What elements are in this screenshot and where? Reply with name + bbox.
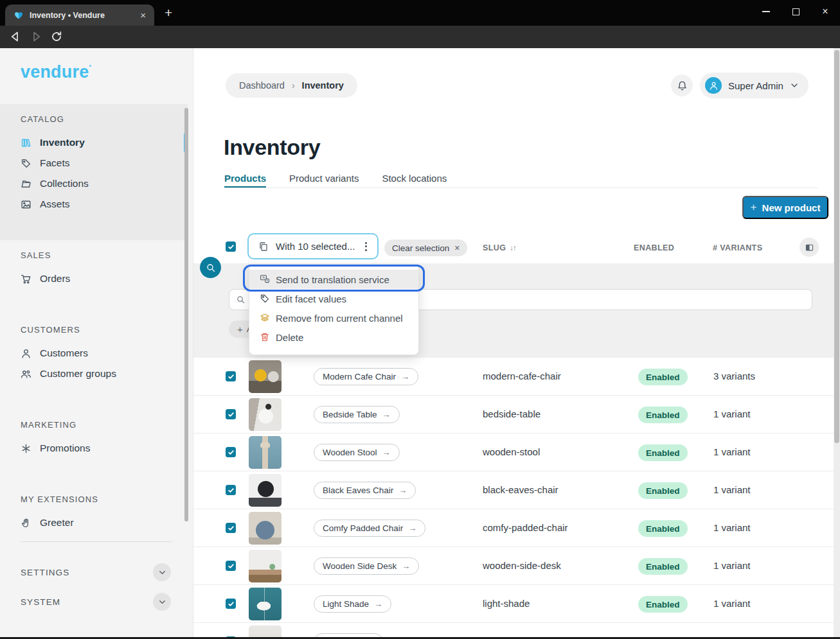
notifications-button[interactable] — [671, 74, 693, 96]
arrow-right-icon: → — [408, 523, 416, 533]
new-tab-button[interactable]: + — [165, 5, 172, 21]
window-minimize-button[interactable] — [751, 0, 781, 23]
product-slug: comfy-padded-chair — [483, 522, 568, 533]
menu-item[interactable]: Remove from current channel — [249, 308, 418, 328]
status-badge: Enabled — [638, 558, 688, 575]
product-name-chip[interactable]: Wooden Stool → — [314, 444, 400, 461]
check-icon — [228, 449, 235, 456]
row-checkbox[interactable] — [226, 523, 236, 533]
check-icon — [228, 600, 235, 608]
row-checkbox[interactable] — [226, 371, 236, 381]
status-badge: Enabled — [638, 369, 688, 385]
reload-icon[interactable] — [50, 30, 63, 43]
product-name-chip[interactable]: Bedside Table → — [314, 406, 400, 423]
product-name-chip[interactable]: Light Shade → — [314, 595, 391, 613]
sidebar-divider — [21, 541, 172, 542]
column-settings-button[interactable] — [800, 238, 819, 257]
sidebar-item[interactable]: Orders — [0, 268, 188, 289]
breadcrumb-inventory[interactable]: Inventory — [302, 80, 344, 91]
menu-item[interactable]: Send to translation service — [249, 270, 418, 289]
arrow-right-icon: → — [398, 486, 407, 495]
product-name-chip[interactable]: Modern Cafe Chair → — [314, 368, 418, 385]
sidebar-item[interactable]: Customers — [0, 343, 188, 363]
sidebar-section: CATALOG Inventory Facets — [0, 104, 188, 240]
trash-icon — [260, 332, 270, 342]
sidebar-section-heading: MARKETING — [21, 420, 188, 430]
column-header-variants: # VARIANTS — [713, 243, 762, 252]
sidebar-item[interactable]: Facets — [0, 153, 188, 173]
user-name: Super Admin — [728, 80, 783, 91]
sidebar-item-label: Facets — [40, 157, 70, 169]
translate-icon — [260, 274, 270, 284]
product-slug: wooden-stool — [483, 446, 540, 457]
sidebar: vendure˚ CATALOG Inventory Facets — [0, 48, 193, 639]
person-icon — [709, 81, 719, 91]
search-icon — [236, 295, 246, 304]
variant-count: 1 variant — [713, 522, 751, 533]
search-toggle-button[interactable] — [200, 257, 221, 278]
sort-icon[interactable]: ↓↑ — [510, 244, 516, 252]
clear-selection-button[interactable]: Clear selection × — [384, 240, 467, 256]
sidebar-section-heading: SETTINGS — [21, 568, 69, 577]
sidebar-item[interactable]: Customer groups — [0, 363, 188, 384]
row-checkbox[interactable] — [226, 561, 236, 571]
bulk-actions-label: With 10 selected... — [276, 241, 355, 252]
sidebar-item[interactable]: Assets — [0, 194, 188, 214]
product-thumbnail — [249, 512, 281, 545]
menu-item[interactable]: Delete — [249, 328, 418, 347]
new-product-button[interactable]: + New product — [742, 196, 828, 219]
tab[interactable]: Stock locations — [382, 170, 447, 187]
product-slug: black-eaves-chair — [483, 484, 559, 495]
tab[interactable]: Product variants — [289, 170, 359, 187]
breadcrumb-dashboard[interactable]: Dashboard — [239, 80, 285, 91]
book-icon — [21, 137, 31, 148]
back-icon[interactable] — [9, 30, 22, 43]
kebab-icon[interactable] — [364, 241, 368, 252]
arrow-right-icon: → — [382, 448, 391, 457]
sidebar-item-label: Customers — [40, 347, 88, 359]
sidebar-scrollbar-thumb[interactable] — [184, 108, 188, 521]
row-checkbox[interactable] — [226, 599, 236, 609]
status-badge: Enabled — [638, 444, 688, 461]
row-checkbox[interactable] — [226, 447, 236, 457]
table-row: Wooden Stool → wooden-stool Enabled 1 va… — [193, 433, 834, 471]
tab[interactable]: Products — [224, 170, 266, 187]
sidebar-item-label: Greeter — [40, 517, 74, 529]
vendure-logo[interactable]: vendure˚ — [21, 62, 92, 82]
forward-icon[interactable] — [30, 30, 42, 43]
select-all-checkbox[interactable] — [226, 241, 236, 252]
sidebar-collapsed-section[interactable]: SETTINGS — [0, 557, 188, 587]
product-name-chip[interactable]: Black Eaves Chair → — [314, 482, 416, 499]
menu-item[interactable]: Edit facet values — [249, 289, 418, 308]
tabs-border — [224, 188, 818, 188]
user-menu[interactable]: Super Admin — [700, 73, 809, 98]
sidebar-item[interactable]: Inventory — [0, 132, 188, 153]
sidebar-item-label: Inventory — [40, 137, 85, 148]
sidebar-item[interactable]: Promotions — [0, 438, 188, 459]
row-checkbox[interactable] — [226, 409, 236, 419]
sidebar-section: SALES Orders — [0, 240, 188, 315]
bulk-actions-button[interactable]: With 10 selected... — [247, 233, 379, 259]
row-checkbox[interactable] — [226, 485, 236, 495]
sidebar-item[interactable]: Greeter — [0, 512, 188, 533]
page-scrollbar-thumb[interactable] — [834, 50, 839, 443]
table-row: Modern Cafe Chair → modern-cafe-chair En… — [193, 358, 834, 396]
browser-tab[interactable]: Inventory • Vendure × — [5, 4, 154, 26]
close-icon: × — [454, 243, 460, 253]
sidebar-section: MARKETING Promotions — [0, 410, 188, 484]
sidebar-collapsed-section[interactable]: SYSTEM — [0, 587, 188, 617]
chevron-down-icon[interactable] — [153, 563, 171, 581]
window-maximize-button[interactable] — [781, 0, 810, 23]
breadcrumb-separator-icon: › — [292, 80, 295, 91]
arrow-right-icon: → — [402, 561, 410, 571]
product-name-chip[interactable]: Comfy Padded Chair → — [314, 520, 425, 537]
sparkle-icon — [21, 443, 31, 454]
window-close-button[interactable]: × — [810, 0, 840, 23]
chevron-down-icon[interactable] — [153, 593, 171, 611]
sidebar-item[interactable]: Collections — [0, 173, 188, 194]
breadcrumb: Dashboard › Inventory — [226, 73, 357, 98]
product-name-chip[interactable]: Wooden Side Desk → — [314, 557, 419, 575]
folder-icon — [21, 179, 31, 189]
tab-close-icon[interactable]: × — [138, 10, 148, 21]
sidebar-item-label: Customer groups — [40, 368, 116, 380]
